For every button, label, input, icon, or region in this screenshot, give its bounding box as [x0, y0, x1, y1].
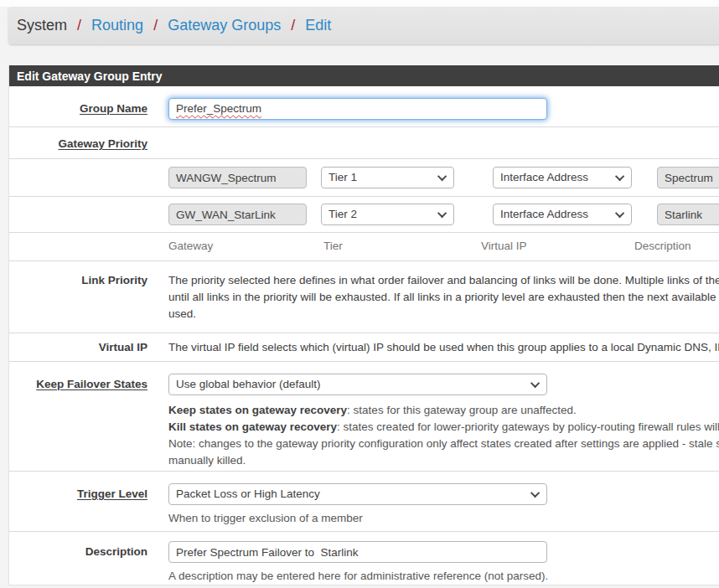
- description-label: Description: [9, 541, 147, 585]
- group-name-label: Group Name: [9, 98, 147, 120]
- description-input[interactable]: [168, 541, 547, 563]
- breadcrumb: System / Routing / Gateway Groups / Edit: [8, 7, 719, 44]
- gateway-priority-label: Gateway Priority: [9, 137, 147, 151]
- form-row-gateway-priority: Gateway Priority: [9, 127, 719, 159]
- tier-select-value: Tier 1: [328, 168, 357, 188]
- breadcrumb-link-edit[interactable]: Edit: [305, 17, 331, 34]
- chevron-down-icon: [437, 209, 447, 218]
- top-strip: [0, 0, 719, 7]
- virtual-ip-select[interactable]: Interface Address: [493, 167, 632, 188]
- chevron-down-icon: [437, 172, 447, 181]
- breadcrumb-separator: /: [291, 17, 295, 34]
- gateway-description-input: [657, 204, 719, 225]
- link-priority-text: The priority selected here defines in wh…: [168, 272, 719, 289]
- panel-title: Edit Gateway Group Entry: [9, 65, 719, 86]
- breadcrumb-item-system: System: [17, 17, 67, 34]
- virtual-ip-select[interactable]: Interface Address: [493, 204, 632, 225]
- form-row-link-priority: Link Priority The priority selected here…: [9, 261, 719, 333]
- keep-failover-help-line: Keep states on gateway recovery: states …: [168, 402, 719, 419]
- column-label-gateway: Gateway: [168, 240, 213, 252]
- breadcrumb-link-gateway-groups[interactable]: Gateway Groups: [168, 17, 281, 34]
- chevron-down-icon: [615, 172, 624, 181]
- gateway-priority-row: Tier 2 Interface Address: [9, 197, 719, 233]
- trigger-level-value: Packet Loss or High Latency: [176, 484, 320, 504]
- form-row-description: Description A description may be entered…: [9, 532, 719, 585]
- chevron-down-icon: [615, 209, 624, 218]
- keep-failover-help-line: Kill states on gateway recovery: states …: [168, 419, 719, 436]
- virtual-ip-label: Virtual IP: [9, 339, 147, 356]
- column-label-tier: Tier: [323, 240, 343, 252]
- virtual-ip-select-value: Interface Address: [500, 168, 588, 188]
- chevron-down-icon: [530, 379, 540, 388]
- gateway-priority-row: Tier 1 Interface Address: [9, 159, 719, 197]
- gateway-name-input: [168, 167, 307, 188]
- trigger-level-help: When to trigger exclusion of a member: [168, 510, 719, 527]
- breadcrumb-separator: /: [77, 17, 81, 34]
- keep-failover-states-value: Use global behavior (default): [176, 374, 321, 395]
- trigger-level-label: Trigger Level: [9, 483, 147, 527]
- tier-select[interactable]: Tier 2: [321, 204, 454, 225]
- form-row-trigger-level: Trigger Level Packet Loss or High Latenc…: [9, 472, 719, 532]
- form-row-keep-failover-states: Keep Failover States Use global behavior…: [9, 362, 719, 472]
- edit-gateway-group-panel: Edit Gateway Group Entry Group Name Pref…: [8, 65, 719, 585]
- tier-select-value: Tier 2: [328, 204, 357, 224]
- keep-failover-help-line: manually killed.: [168, 452, 719, 469]
- keep-failover-help-line: Note: changes to the gateway priority co…: [168, 436, 719, 452]
- group-name-value: Prefer_Spectrum: [176, 102, 261, 115]
- gateway-description-input: [657, 167, 719, 188]
- keep-failover-states-label: Keep Failover States: [9, 374, 147, 469]
- gateway-priority-column-labels: Gateway Tier Virtual IP Description: [9, 233, 719, 261]
- link-priority-text: used.: [168, 306, 719, 322]
- form-row-group-name: Group Name Prefer_Spectrum: [9, 86, 719, 127]
- virtual-ip-select-value: Interface Address: [500, 204, 588, 224]
- form-row-virtual-ip: Virtual IP The virtual IP field selects …: [9, 333, 719, 362]
- gateway-name-input: [168, 204, 307, 225]
- breadcrumb-separator: /: [153, 17, 158, 34]
- virtual-ip-text: The virtual IP field selects which (virt…: [168, 339, 719, 356]
- chevron-down-icon: [530, 488, 540, 498]
- tier-select[interactable]: Tier 1: [321, 167, 454, 188]
- group-name-input[interactable]: Prefer_Spectrum: [168, 98, 547, 120]
- column-label-virtual-ip: Virtual IP: [481, 240, 527, 252]
- keep-failover-states-select[interactable]: Use global behavior (default): [168, 374, 547, 395]
- breadcrumb-link-routing[interactable]: Routing: [91, 17, 143, 34]
- panel-body: Group Name Prefer_Spectrum Gateway Prior…: [9, 86, 719, 585]
- column-label-description: Description: [634, 240, 691, 252]
- link-priority-label: Link Priority: [9, 272, 147, 322]
- link-priority-text: until all links in the priority will be …: [168, 289, 719, 306]
- description-help: A description may be entered here for ad…: [168, 568, 719, 585]
- trigger-level-select[interactable]: Packet Loss or High Latency: [168, 483, 547, 505]
